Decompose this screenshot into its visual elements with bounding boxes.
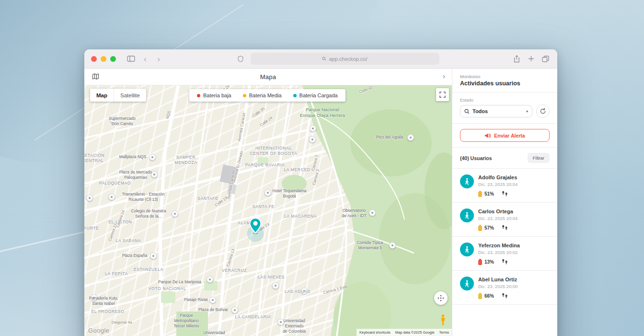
- sidebar-toggle-icon[interactable]: [126, 54, 136, 64]
- map-type-satellite-button[interactable]: Satellite: [114, 89, 146, 102]
- share-icon[interactable]: [511, 54, 522, 64]
- battery-icon: [478, 192, 482, 197]
- close-window-button[interactable]: [91, 56, 97, 62]
- battery-percent: 51%: [484, 191, 494, 197]
- user-item[interactable]: Abel Luna Ortiz Dic. 23, 2025 20:00 66%: [452, 271, 557, 305]
- user-date: Dic. 23, 2025 20:04: [478, 216, 518, 221]
- search-icon: [322, 57, 326, 61]
- battery-icon: [478, 226, 482, 231]
- browser-toolbar: ‹ › app.checkop.co/: [84, 49, 557, 69]
- user-name: Yeferzon Medina: [478, 243, 520, 248]
- legend-dot-medium: [243, 94, 246, 97]
- privacy-shield-icon[interactable]: [235, 54, 246, 64]
- megaphone-icon: [484, 133, 491, 139]
- url-bar[interactable]: app.checkop.co/: [251, 53, 439, 65]
- keyboard-shortcuts-link[interactable]: Keyboard shortcuts: [359, 330, 391, 335]
- walking-person-icon: [460, 174, 474, 188]
- legend-item-low: Bateria baja: [197, 93, 231, 98]
- refresh-icon: [540, 108, 546, 115]
- user-item[interactable]: Yeferzon Medina Dic. 23, 2025 20:02 13%: [452, 237, 557, 271]
- user-date: Dic. 23, 2025 20:04: [478, 182, 518, 187]
- fullscreen-button[interactable]: [436, 88, 449, 101]
- map-type-map-button[interactable]: Map: [90, 89, 114, 102]
- estado-select[interactable]: Todos ▾: [460, 105, 532, 117]
- battery-icon: [478, 294, 482, 299]
- url-text: app.checkop.co/: [329, 56, 367, 62]
- map-base: [84, 85, 452, 336]
- back-button[interactable]: ‹: [141, 55, 150, 63]
- battery-percent: 57%: [484, 225, 494, 231]
- monitor-sidebar: Monitoreo Actividades usuarios Estado To…: [452, 69, 557, 336]
- tab-overview-icon[interactable]: [540, 54, 551, 64]
- fullscreen-icon: [439, 92, 446, 98]
- map-type-control: Map Satellite: [90, 89, 146, 102]
- legend-dot-charged: [293, 94, 297, 97]
- map-data-text: Map data ©2025 Google: [395, 330, 435, 335]
- user-date: Dic. 23, 2025 20:02: [478, 250, 520, 255]
- battery-percent: 66%: [484, 293, 494, 299]
- alert-section: Enviar Alerta: [452, 124, 557, 148]
- search-icon: [464, 109, 470, 114]
- footsteps-icon: [502, 225, 508, 231]
- users-header: (40) Usuarios Filtrar: [452, 148, 557, 169]
- users-count: (40) Usuarios: [460, 155, 492, 161]
- map-canvas[interactable]: ESTACION CENTRALSAMPER MENDOZAPALOQUEMAO…: [84, 85, 452, 336]
- page-header: Mapa ›: [84, 69, 452, 85]
- map-attribution: Keyboard shortcuts Map data ©2025 Google…: [356, 329, 452, 336]
- user-location-pin[interactable]: [248, 217, 263, 235]
- window-controls: [91, 56, 116, 62]
- browser-window: ‹ › app.checkop.co/: [84, 49, 557, 336]
- legend-item-charged: Bateria Cargada: [293, 93, 338, 98]
- map-page-icon[interactable]: [92, 73, 99, 82]
- user-name: Abel Luna Ortiz: [478, 277, 518, 282]
- new-tab-icon[interactable]: [526, 54, 536, 64]
- expand-chevron-icon[interactable]: ›: [443, 72, 445, 80]
- sidebar-eyebrow: Monitoreo: [460, 74, 550, 79]
- walking-person-icon: [460, 209, 474, 222]
- legend-dot-low: [197, 94, 200, 97]
- refresh-button[interactable]: [536, 104, 550, 118]
- send-alert-button[interactable]: Enviar Alerta: [460, 129, 550, 142]
- pan-control-button[interactable]: [434, 291, 448, 305]
- legend-item-medium: Bateria Media: [243, 93, 282, 98]
- chevron-down-icon: ▾: [526, 109, 528, 114]
- battery-legend: Bateria baja Bateria Media Bateria Carga…: [189, 89, 345, 102]
- send-alert-label: Enviar Alerta: [494, 133, 525, 139]
- user-item[interactable]: Carlos Ortega Dic. 23, 2025 20:04 57%: [452, 203, 557, 237]
- battery-icon: [478, 260, 482, 265]
- page-title: Mapa: [260, 73, 276, 81]
- estado-label: Estado: [460, 98, 550, 103]
- forward-button[interactable]: ›: [154, 55, 163, 63]
- user-date: Dic. 23, 2025 20:00: [478, 284, 518, 289]
- pegman-streetview-icon[interactable]: [440, 314, 446, 328]
- google-logo[interactable]: Google: [88, 327, 109, 334]
- sidebar-header: Monitoreo Actividades usuarios: [452, 69, 557, 93]
- user-name: Adolfo Grajales: [478, 174, 518, 180]
- user-item[interactable]: Adolfo Grajales Dic. 23, 2025 20:04 51%: [452, 169, 557, 203]
- estado-value: Todos: [472, 108, 523, 114]
- pan-arrows-icon: [437, 294, 445, 302]
- battery-percent: 13%: [484, 259, 494, 265]
- minimize-window-button[interactable]: [101, 56, 106, 62]
- zoom-window-button[interactable]: [110, 56, 116, 62]
- footsteps-icon: [502, 293, 508, 299]
- walking-person-icon: [460, 243, 474, 256]
- terms-link[interactable]: Terms: [439, 330, 449, 335]
- filter-button[interactable]: Filtrar: [528, 153, 550, 163]
- sidebar-title: Actividades usuarios: [460, 80, 550, 87]
- footsteps-icon: [502, 191, 508, 197]
- user-name: Carlos Ortega: [478, 209, 518, 214]
- footsteps-icon: [502, 259, 508, 265]
- estado-section: Estado Todos ▾: [452, 93, 557, 124]
- walking-person-icon: [460, 277, 474, 290]
